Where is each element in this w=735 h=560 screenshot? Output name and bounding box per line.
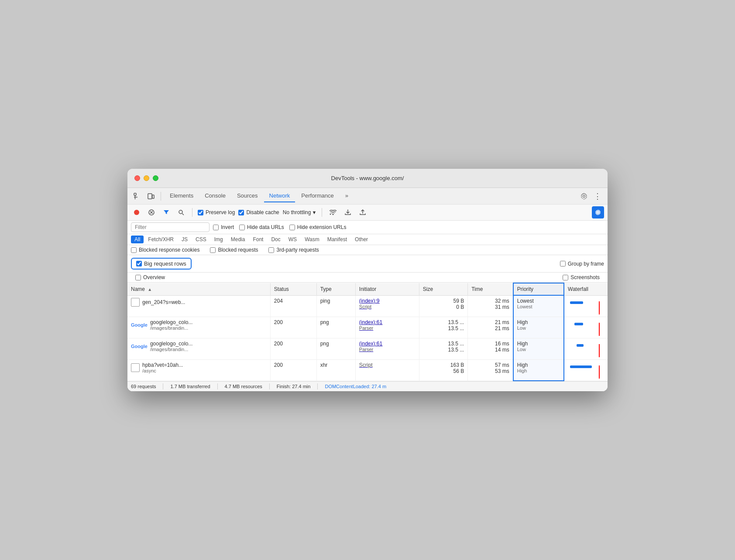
throttle-dropdown-arrow[interactable]: ▼ xyxy=(312,210,316,215)
google-icon: Google xyxy=(131,344,148,349)
tab-performance[interactable]: Performance xyxy=(296,190,339,202)
type-btn-css[interactable]: CSS xyxy=(192,236,210,243)
inspect-element-button[interactable] xyxy=(131,190,143,202)
settings-gear-button[interactable] xyxy=(578,190,590,202)
network-table-container[interactable]: Name ▲ Status Type Initiator Size Time P… xyxy=(127,283,608,381)
cell-initiator[interactable]: (index):61 Parser xyxy=(355,338,419,359)
cell-status: 200 xyxy=(270,338,316,359)
col-initiator[interactable]: Initiator xyxy=(355,283,419,295)
disable-cache-checkbox[interactable] xyxy=(238,210,244,215)
big-request-rows-container: Big request rows xyxy=(131,258,192,270)
tab-elements[interactable]: Elements xyxy=(165,190,199,202)
type-btn-all[interactable]: All xyxy=(131,236,144,243)
preserve-log-label[interactable]: Preserve log xyxy=(198,209,235,215)
cell-waterfall xyxy=(564,295,608,317)
invert-checkbox[interactable] xyxy=(213,225,219,230)
col-status[interactable]: Status xyxy=(270,283,316,295)
third-party-requests-label[interactable]: 3rd-party requests xyxy=(268,247,319,253)
cell-waterfall xyxy=(564,317,608,338)
table-row[interactable]: gen_204?s=web... 204 ping (index):9 Scri… xyxy=(127,295,608,317)
cell-initiator[interactable]: (index):9 Script xyxy=(355,295,419,317)
tab-console[interactable]: Console xyxy=(199,190,231,202)
col-size[interactable]: Size xyxy=(419,283,467,295)
blocked-requests-label[interactable]: Blocked requests xyxy=(210,247,258,253)
network-settings-button[interactable] xyxy=(592,206,604,219)
stop-recording-button[interactable] xyxy=(131,207,142,218)
type-btn-doc[interactable]: Doc xyxy=(268,236,284,243)
type-btn-ws[interactable]: WS xyxy=(285,236,300,243)
preserve-log-checkbox[interactable] xyxy=(198,210,203,215)
hide-data-urls-checkbox[interactable] xyxy=(239,225,245,230)
tab-network[interactable]: Network xyxy=(264,190,295,202)
close-button[interactable] xyxy=(134,175,140,181)
hide-extension-urls-checkbox[interactable] xyxy=(289,225,295,230)
blocked-cookies-checkbox[interactable] xyxy=(131,247,137,253)
col-priority[interactable]: Priority xyxy=(513,283,564,295)
hide-extension-urls-label[interactable]: Hide extension URLs xyxy=(289,224,347,230)
group-by-frame-checkbox[interactable] xyxy=(560,261,566,266)
tab-sources[interactable]: Sources xyxy=(232,190,263,202)
minimize-button[interactable] xyxy=(144,175,149,181)
cell-name: Google googlelogo_colo... /images/brandi… xyxy=(127,317,270,338)
screenshots-checkbox[interactable] xyxy=(563,275,568,280)
overview-checkbox[interactable] xyxy=(135,275,141,280)
group-by-frame-label[interactable]: Group by frame xyxy=(560,261,604,267)
type-btn-other[interactable]: Other xyxy=(351,236,371,243)
type-filter-bar: All Fetch/XHR JS CSS Img Media Font Doc … xyxy=(127,234,608,245)
clear-button[interactable] xyxy=(146,207,157,218)
cell-type: png xyxy=(316,317,355,338)
blocked-requests-checkbox[interactable] xyxy=(210,247,216,253)
cell-priority: High Low xyxy=(513,317,564,338)
cell-type: xhr xyxy=(316,359,355,381)
devtools-window: DevTools - www.google.com/ Elements xyxy=(127,169,608,391)
filter-toggle-button[interactable] xyxy=(161,207,172,218)
top-toolbar: Elements Console Sources Network Perform… xyxy=(127,188,608,205)
hide-data-urls-label[interactable]: Hide data URLs xyxy=(239,224,284,230)
maximize-button[interactable] xyxy=(153,175,158,181)
invert-label[interactable]: Invert xyxy=(213,224,234,230)
svg-point-9 xyxy=(179,210,182,214)
table-row[interactable]: Google googlelogo_colo... /images/brandi… xyxy=(127,338,608,359)
third-party-requests-checkbox[interactable] xyxy=(268,247,274,253)
type-btn-img[interactable]: Img xyxy=(211,236,227,243)
import-button[interactable] xyxy=(342,207,354,218)
big-request-rows-checkbox[interactable] xyxy=(136,261,142,266)
wifi-icon-button[interactable] xyxy=(327,207,339,218)
toolbar-divider-3 xyxy=(322,208,322,217)
overview-label[interactable]: Overview xyxy=(135,274,165,280)
col-time[interactable]: Time xyxy=(468,283,513,295)
type-btn-manifest[interactable]: Manifest xyxy=(324,236,350,243)
col-name[interactable]: Name ▲ xyxy=(127,283,270,295)
export-button[interactable] xyxy=(357,207,368,218)
row-checkbox-icon xyxy=(131,298,140,307)
cell-name: hpba?vet=10ah... /async xyxy=(127,359,270,381)
tab-more[interactable]: » xyxy=(340,190,354,202)
table-row[interactable]: hpba?vet=10ah... /async 200 xhr Script 1… xyxy=(127,359,608,381)
col-type[interactable]: Type xyxy=(316,283,355,295)
type-btn-media[interactable]: Media xyxy=(227,236,249,243)
cell-status: 204 xyxy=(270,295,316,317)
search-button[interactable] xyxy=(175,207,187,218)
type-btn-font[interactable]: Font xyxy=(249,236,267,243)
table-row[interactable]: Google googlelogo_colo... /images/brandi… xyxy=(127,317,608,338)
big-request-rows-label[interactable]: Big request rows xyxy=(136,260,186,267)
cell-waterfall xyxy=(564,359,608,381)
table-header-row: Name ▲ Status Type Initiator Size Time P… xyxy=(127,283,608,295)
toolbar-right: ⋮ xyxy=(578,190,604,202)
row-checkbox-icon xyxy=(131,363,140,372)
filter-input[interactable] xyxy=(131,222,210,232)
screenshots-label[interactable]: Screenshots xyxy=(563,274,600,280)
type-btn-js[interactable]: JS xyxy=(178,236,191,243)
disable-cache-label[interactable]: Disable cache xyxy=(238,209,279,215)
type-btn-wasm[interactable]: Wasm xyxy=(301,236,323,243)
device-toggle-button[interactable] xyxy=(145,190,157,202)
svg-rect-0 xyxy=(134,193,136,195)
col-waterfall[interactable]: Waterfall xyxy=(564,283,608,295)
blocked-cookies-label[interactable]: Blocked response cookies xyxy=(131,247,199,253)
cell-size: 13.5 ... 13.5 ... xyxy=(419,338,467,359)
more-options-button[interactable]: ⋮ xyxy=(592,190,604,202)
cell-type: png xyxy=(316,338,355,359)
type-btn-fetch-xhr[interactable]: Fetch/XHR xyxy=(144,236,177,243)
sort-arrow-icon: ▲ xyxy=(148,287,152,292)
cell-initiator[interactable]: (index):61 Parser xyxy=(355,317,419,338)
